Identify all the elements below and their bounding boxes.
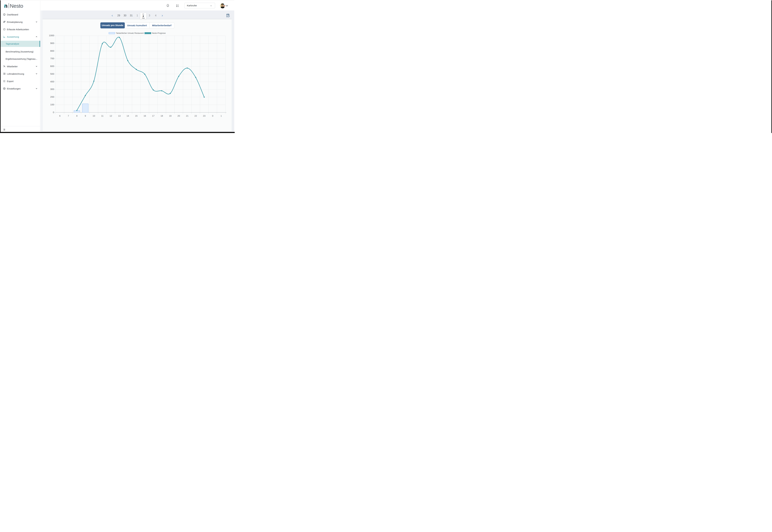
svg-text:15: 15 [135, 114, 138, 117]
svg-text:17: 17 [152, 114, 154, 117]
svg-text:7: 7 [68, 114, 69, 117]
svg-text:600: 600 [50, 65, 54, 67]
svg-text:1: 1 [221, 114, 222, 117]
svg-text:500: 500 [50, 73, 54, 75]
svg-text:10: 10 [93, 114, 95, 117]
svg-text:900: 900 [50, 42, 54, 44]
svg-text:19: 19 [169, 114, 171, 117]
svg-text:14: 14 [127, 114, 129, 117]
svg-text:0: 0 [212, 114, 213, 117]
svg-text:11: 11 [101, 114, 103, 117]
svg-text:18: 18 [161, 114, 163, 117]
svg-text:20: 20 [177, 114, 180, 117]
svg-text:9: 9 [85, 114, 86, 117]
svg-text:8: 8 [76, 114, 77, 117]
svg-text:22: 22 [194, 114, 197, 117]
svg-text:6: 6 [59, 114, 60, 117]
svg-text:200: 200 [50, 96, 54, 98]
svg-text:400: 400 [50, 80, 54, 83]
svg-text:23: 23 [203, 114, 205, 117]
svg-text:21: 21 [186, 114, 188, 117]
svg-text:0: 0 [53, 111, 54, 113]
svg-text:800: 800 [50, 49, 54, 52]
svg-text:100: 100 [50, 103, 54, 106]
svg-text:16: 16 [144, 114, 146, 117]
svg-text:12: 12 [110, 114, 112, 117]
svg-text:1000: 1000 [49, 34, 54, 37]
svg-text:13: 13 [118, 114, 121, 117]
svg-text:700: 700 [50, 57, 54, 60]
svg-text:300: 300 [50, 88, 54, 90]
